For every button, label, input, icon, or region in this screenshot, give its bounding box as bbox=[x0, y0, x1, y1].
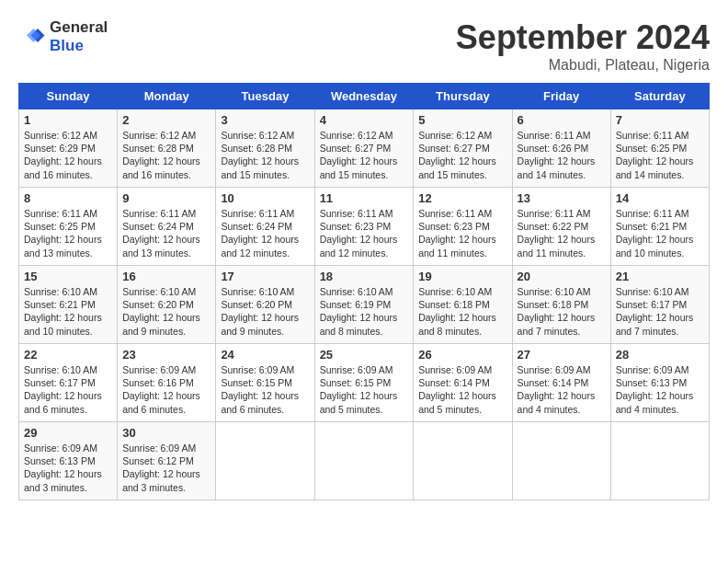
table-row: 20 Sunrise: 6:10 AMSunset: 6:18 PMDaylig… bbox=[512, 266, 610, 344]
logo: General Blue bbox=[18, 18, 108, 55]
table-row: 9 Sunrise: 6:11 AMSunset: 6:24 PMDayligh… bbox=[118, 188, 216, 266]
table-row: 24 Sunrise: 6:09 AMSunset: 6:15 PMDaylig… bbox=[216, 344, 314, 422]
table-row: 27 Sunrise: 6:09 AMSunset: 6:14 PMDaylig… bbox=[512, 344, 610, 422]
table-row: 12 Sunrise: 6:11 AMSunset: 6:23 PMDaylig… bbox=[414, 188, 512, 266]
calendar-week-row: 15 Sunrise: 6:10 AMSunset: 6:21 PMDaylig… bbox=[19, 266, 710, 344]
day-number: 19 bbox=[418, 270, 506, 283]
day-info: Sunrise: 6:11 AMSunset: 6:23 PMDaylight:… bbox=[320, 207, 409, 259]
day-info: Sunrise: 6:11 AMSunset: 6:21 PMDaylight:… bbox=[616, 207, 704, 259]
table-row bbox=[512, 422, 610, 500]
day-info: Sunrise: 6:11 AMSunset: 6:26 PMDaylight:… bbox=[518, 129, 606, 181]
day-number: 5 bbox=[418, 113, 506, 127]
table-row: 4 Sunrise: 6:12 AMSunset: 6:27 PMDayligh… bbox=[314, 109, 414, 188]
day-info: Sunrise: 6:12 AMSunset: 6:27 PMDaylight:… bbox=[418, 129, 506, 181]
day-info: Sunrise: 6:12 AMSunset: 6:29 PMDaylight:… bbox=[24, 129, 112, 181]
table-row: 13 Sunrise: 6:11 AMSunset: 6:22 PMDaylig… bbox=[512, 188, 610, 266]
day-number: 4 bbox=[320, 113, 409, 127]
day-number: 9 bbox=[122, 191, 210, 205]
table-row: 2 Sunrise: 6:12 AMSunset: 6:28 PMDayligh… bbox=[118, 109, 216, 188]
day-number: 24 bbox=[221, 348, 309, 362]
day-number: 21 bbox=[616, 270, 704, 283]
day-number: 10 bbox=[221, 191, 309, 205]
table-row: 18 Sunrise: 6:10 AMSunset: 6:19 PMDaylig… bbox=[314, 266, 414, 344]
day-info: Sunrise: 6:12 AMSunset: 6:27 PMDaylight:… bbox=[320, 129, 409, 181]
day-info: Sunrise: 6:11 AMSunset: 6:25 PMDaylight:… bbox=[616, 129, 704, 181]
table-row: 19 Sunrise: 6:10 AMSunset: 6:18 PMDaylig… bbox=[414, 266, 512, 344]
table-row bbox=[610, 422, 709, 500]
table-row bbox=[314, 422, 414, 500]
day-number: 13 bbox=[518, 191, 606, 205]
day-number: 6 bbox=[518, 113, 606, 127]
calendar-week-row: 8 Sunrise: 6:11 AMSunset: 6:25 PMDayligh… bbox=[19, 188, 710, 266]
day-number: 20 bbox=[518, 270, 606, 283]
table-row: 16 Sunrise: 6:10 AMSunset: 6:20 PMDaylig… bbox=[118, 266, 216, 344]
title-block: September 2024 Mabudi, Plateau, Nigeria bbox=[456, 18, 710, 74]
table-row: 11 Sunrise: 6:11 AMSunset: 6:23 PMDaylig… bbox=[314, 188, 414, 266]
calendar-week-row: 22 Sunrise: 6:10 AMSunset: 6:17 PMDaylig… bbox=[19, 344, 710, 422]
day-number: 23 bbox=[122, 348, 210, 362]
calendar-week-row: 1 Sunrise: 6:12 AMSunset: 6:29 PMDayligh… bbox=[19, 109, 710, 188]
table-row: 23 Sunrise: 6:09 AMSunset: 6:16 PMDaylig… bbox=[118, 344, 216, 422]
day-number: 16 bbox=[122, 270, 210, 283]
table-row: 21 Sunrise: 6:10 AMSunset: 6:17 PMDaylig… bbox=[610, 266, 709, 344]
day-info: Sunrise: 6:12 AMSunset: 6:28 PMDaylight:… bbox=[122, 129, 210, 181]
day-info: Sunrise: 6:12 AMSunset: 6:28 PMDaylight:… bbox=[221, 129, 309, 181]
day-number: 18 bbox=[320, 270, 409, 283]
day-info: Sunrise: 6:11 AMSunset: 6:22 PMDaylight:… bbox=[518, 207, 606, 259]
table-row: 17 Sunrise: 6:10 AMSunset: 6:20 PMDaylig… bbox=[216, 266, 314, 344]
day-info: Sunrise: 6:10 AMSunset: 6:18 PMDaylight:… bbox=[518, 285, 606, 338]
day-info: Sunrise: 6:09 AMSunset: 6:12 PMDaylight:… bbox=[122, 442, 210, 494]
table-row: 28 Sunrise: 6:09 AMSunset: 6:13 PMDaylig… bbox=[610, 344, 709, 422]
table-row: 25 Sunrise: 6:09 AMSunset: 6:15 PMDaylig… bbox=[314, 344, 414, 422]
table-row: 29 Sunrise: 6:09 AMSunset: 6:13 PMDaylig… bbox=[19, 422, 118, 500]
day-info: Sunrise: 6:09 AMSunset: 6:13 PMDaylight:… bbox=[24, 442, 112, 494]
day-number: 25 bbox=[320, 348, 409, 362]
day-info: Sunrise: 6:10 AMSunset: 6:20 PMDaylight:… bbox=[221, 285, 309, 338]
table-row: 5 Sunrise: 6:12 AMSunset: 6:27 PMDayligh… bbox=[414, 109, 512, 188]
page-header: General Blue September 2024 Mabudi, Plat… bbox=[18, 18, 710, 74]
col-monday: Monday bbox=[118, 84, 216, 109]
day-number: 12 bbox=[418, 191, 506, 205]
col-tuesday: Tuesday bbox=[216, 84, 314, 109]
calendar-header-row: Sunday Monday Tuesday Wednesday Thursday… bbox=[19, 84, 710, 109]
month-title: September 2024 bbox=[456, 18, 710, 57]
table-row: 22 Sunrise: 6:10 AMSunset: 6:17 PMDaylig… bbox=[19, 344, 118, 422]
day-number: 17 bbox=[221, 270, 309, 283]
day-number: 15 bbox=[24, 270, 112, 283]
day-info: Sunrise: 6:09 AMSunset: 6:13 PMDaylight:… bbox=[616, 363, 704, 416]
col-saturday: Saturday bbox=[610, 84, 709, 109]
day-info: Sunrise: 6:10 AMSunset: 6:17 PMDaylight:… bbox=[24, 363, 112, 416]
day-info: Sunrise: 6:10 AMSunset: 6:17 PMDaylight:… bbox=[616, 285, 704, 338]
day-number: 7 bbox=[616, 113, 704, 127]
day-number: 29 bbox=[24, 426, 112, 440]
table-row: 8 Sunrise: 6:11 AMSunset: 6:25 PMDayligh… bbox=[19, 188, 118, 266]
day-number: 11 bbox=[320, 191, 409, 205]
table-row bbox=[414, 422, 512, 500]
day-info: Sunrise: 6:10 AMSunset: 6:19 PMDaylight:… bbox=[320, 285, 409, 338]
calendar-week-row: 29 Sunrise: 6:09 AMSunset: 6:13 PMDaylig… bbox=[19, 422, 710, 500]
table-row: 14 Sunrise: 6:11 AMSunset: 6:21 PMDaylig… bbox=[610, 188, 709, 266]
day-number: 30 bbox=[122, 426, 210, 440]
table-row: 30 Sunrise: 6:09 AMSunset: 6:12 PMDaylig… bbox=[118, 422, 216, 500]
day-number: 2 bbox=[122, 113, 210, 127]
table-row: 10 Sunrise: 6:11 AMSunset: 6:24 PMDaylig… bbox=[216, 188, 314, 266]
day-info: Sunrise: 6:09 AMSunset: 6:14 PMDaylight:… bbox=[518, 363, 606, 416]
day-info: Sunrise: 6:11 AMSunset: 6:23 PMDaylight:… bbox=[418, 207, 506, 259]
calendar-table: Sunday Monday Tuesday Wednesday Thursday… bbox=[18, 83, 710, 500]
col-sunday: Sunday bbox=[19, 84, 118, 109]
table-row: 3 Sunrise: 6:12 AMSunset: 6:28 PMDayligh… bbox=[216, 109, 314, 188]
day-number: 27 bbox=[518, 348, 606, 362]
table-row: 26 Sunrise: 6:09 AMSunset: 6:14 PMDaylig… bbox=[414, 344, 512, 422]
day-info: Sunrise: 6:09 AMSunset: 6:16 PMDaylight:… bbox=[122, 363, 210, 416]
col-thursday: Thursday bbox=[414, 84, 512, 109]
col-friday: Friday bbox=[512, 84, 610, 109]
table-row: 15 Sunrise: 6:10 AMSunset: 6:21 PMDaylig… bbox=[19, 266, 118, 344]
col-wednesday: Wednesday bbox=[314, 84, 414, 109]
table-row bbox=[216, 422, 314, 500]
day-number: 1 bbox=[24, 113, 112, 127]
day-number: 26 bbox=[418, 348, 506, 362]
day-info: Sunrise: 6:09 AMSunset: 6:14 PMDaylight:… bbox=[418, 363, 506, 416]
logo-icon bbox=[18, 23, 46, 51]
day-info: Sunrise: 6:11 AMSunset: 6:25 PMDaylight:… bbox=[24, 207, 112, 259]
day-number: 3 bbox=[221, 113, 309, 127]
